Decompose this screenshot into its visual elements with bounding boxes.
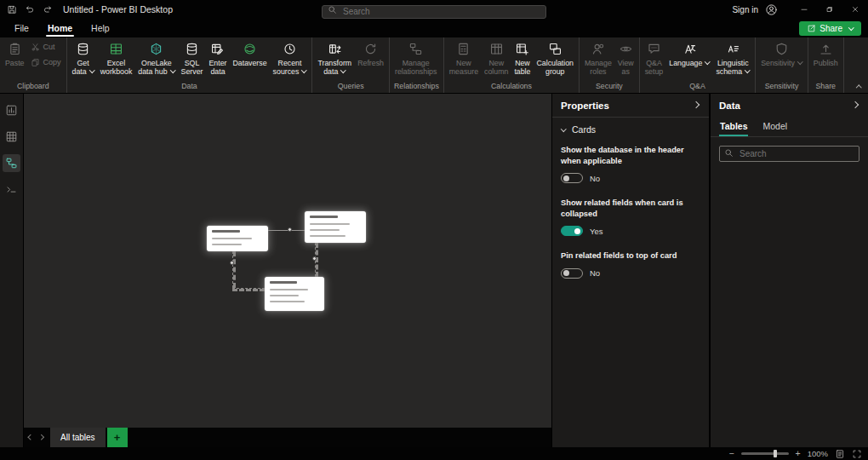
- data-search-input[interactable]: [719, 146, 859, 162]
- ribbon-button-get-data[interactable]: Get data: [70, 40, 97, 78]
- ribbon-button-label: New measure: [449, 59, 478, 76]
- model-table-card[interactable]: [207, 226, 268, 251]
- ribbon: PasteCutCopyClipboardGet dataExcel workb…: [0, 37, 868, 94]
- page-tab-all-tables[interactable]: All tables: [50, 428, 106, 447]
- collapse-properties-icon[interactable]: [694, 102, 700, 109]
- card-field-line: [270, 289, 308, 290]
- ribbon-button-enter-data[interactable]: Enter data: [206, 40, 229, 78]
- property-setting: Show related fields when card is collaps…: [561, 198, 700, 236]
- cards-section-header[interactable]: Cards: [552, 118, 709, 141]
- dropdown-chevron-icon: [170, 68, 175, 73]
- share-label: Share: [819, 24, 842, 33]
- ribbon-button-label: Recent sources: [273, 59, 307, 76]
- sensitivity-icon: [774, 42, 789, 56]
- ribbon-button-new-table[interactable]: New table: [511, 40, 533, 78]
- model-table-card[interactable]: [265, 277, 324, 311]
- share-button[interactable]: Share: [799, 21, 861, 36]
- tab-tables[interactable]: Tables: [719, 118, 748, 136]
- ribbon-button-linguistic-schema[interactable]: Linguistic schema: [713, 40, 752, 78]
- view-switcher: [0, 94, 24, 447]
- dropdown-chevron-icon: [705, 60, 710, 65]
- ribbon-button-dataverse[interactable]: Dataverse: [231, 40, 270, 69]
- view-button-dax-query-view[interactable]: [3, 181, 20, 198]
- chevron-left-icon: [27, 435, 32, 440]
- model-canvas: [24, 94, 551, 428]
- copy-icon: [31, 58, 40, 67]
- ribbon-group-label: Sensitivity: [758, 79, 805, 93]
- next-page-button[interactable]: [36, 428, 48, 447]
- toggle-show-related-fields-when-card-is-collapsed[interactable]: [561, 226, 583, 236]
- ribbon-group-label: Data: [70, 79, 310, 93]
- tab-home[interactable]: Home: [38, 19, 82, 37]
- collapse-data-icon[interactable]: [853, 102, 859, 109]
- zoom-in-button[interactable]: +: [796, 449, 801, 458]
- ribbon-group-calculations: New measureNew columnNew tableCalculatio…: [444, 37, 580, 93]
- status-bar: − + 100%: [0, 447, 868, 460]
- new-layout-button[interactable]: +: [107, 428, 128, 447]
- dropdown-chevron-icon: [89, 68, 94, 73]
- view-button-model-view[interactable]: [3, 154, 20, 172]
- view-button-report-view[interactable]: [3, 101, 20, 119]
- ribbon-button-language[interactable]: Language: [666, 40, 712, 69]
- relationship-line: [232, 251, 236, 288]
- ribbon-button-paste: Paste: [3, 40, 27, 69]
- tab-model[interactable]: Model: [762, 118, 788, 136]
- new-column-icon: [489, 42, 504, 56]
- q-a-setup-icon: [647, 42, 661, 56]
- ribbon-button-label: Copy: [43, 58, 61, 66]
- collapse-ribbon-icon[interactable]: [856, 84, 861, 89]
- prev-page-button[interactable]: [24, 428, 36, 447]
- fit-to-screen-icon[interactable]: [852, 449, 862, 459]
- onelake-data-hub-icon: [149, 42, 163, 56]
- toggle-show-the-database-in-the-header-when-applicable[interactable]: [561, 173, 583, 183]
- enter-data-icon: [210, 42, 225, 56]
- card-title-bar: [310, 216, 338, 218]
- close-button[interactable]: [842, 0, 868, 19]
- ribbon-button-label: New table: [514, 59, 530, 76]
- toggle-value-label: No: [590, 268, 600, 278]
- ribbon-button-new-measure: New measure: [447, 40, 481, 78]
- ribbon-button-calculation-group[interactable]: Calculation group: [534, 40, 576, 78]
- fit-to-page-icon[interactable]: [835, 449, 845, 459]
- view-button-table-view[interactable]: [3, 128, 20, 146]
- ribbon-button-label: Enter data: [208, 59, 226, 76]
- minimize-icon: [800, 5, 808, 14]
- ribbon-button-label: Manage relationships: [395, 59, 437, 76]
- card-field-line: [212, 244, 242, 245]
- ribbon-groups: PasteCutCopyClipboardGet dataExcel workb…: [0, 37, 844, 93]
- search-icon: [328, 5, 337, 14]
- ribbon-button-label: Transform data: [317, 59, 351, 76]
- save-icon[interactable]: [7, 4, 17, 14]
- new-measure-icon: [456, 42, 471, 56]
- ribbon-button-transform-data[interactable]: Transform data: [315, 40, 354, 78]
- toggle-knob: [563, 175, 569, 181]
- minimize-button[interactable]: [791, 0, 817, 19]
- quick-access-toolbar: Untitled - Power BI Desktop: [0, 4, 173, 14]
- properties-panel: Properties Cards Show the database in th…: [551, 94, 709, 447]
- zoom-slider[interactable]: [741, 452, 789, 455]
- global-search-box: [322, 3, 546, 16]
- setting-label: Pin related fields to top of card: [561, 250, 700, 262]
- model-table-card[interactable]: [305, 211, 366, 243]
- setting-label: Show related fields when card is collaps…: [561, 198, 700, 219]
- global-search-input[interactable]: [322, 5, 546, 19]
- tab-help[interactable]: Help: [82, 19, 119, 37]
- toggle-pin-related-fields-to-top-of-card[interactable]: [561, 268, 583, 279]
- ribbon-button-sql-server[interactable]: SQL Server: [179, 40, 206, 78]
- cards-section-title: Cards: [572, 124, 596, 135]
- account-avatar-icon[interactable]: [765, 3, 778, 16]
- zoom-out-button[interactable]: −: [728, 449, 734, 458]
- tab-file[interactable]: File: [5, 19, 38, 37]
- restore-button[interactable]: [817, 0, 842, 19]
- ribbon-button-excel-workbook[interactable]: Excel workbook: [98, 40, 135, 78]
- language-icon: [682, 42, 697, 56]
- ribbon-button-label: Excel workbook: [100, 59, 133, 76]
- section-chevron-icon: [561, 127, 566, 132]
- card-field-line: [212, 238, 252, 239]
- sign-in-button[interactable]: Sign in: [725, 5, 765, 14]
- card-title-bar: [270, 281, 297, 284]
- ribbon-button-recent-sources[interactable]: Recent sources: [271, 40, 310, 78]
- zoom-slider-thumb[interactable]: [774, 450, 777, 457]
- property-setting: Show the database in the header when app…: [561, 145, 700, 183]
- ribbon-button-onelake-data-hub[interactable]: OneLake data hub: [135, 40, 177, 78]
